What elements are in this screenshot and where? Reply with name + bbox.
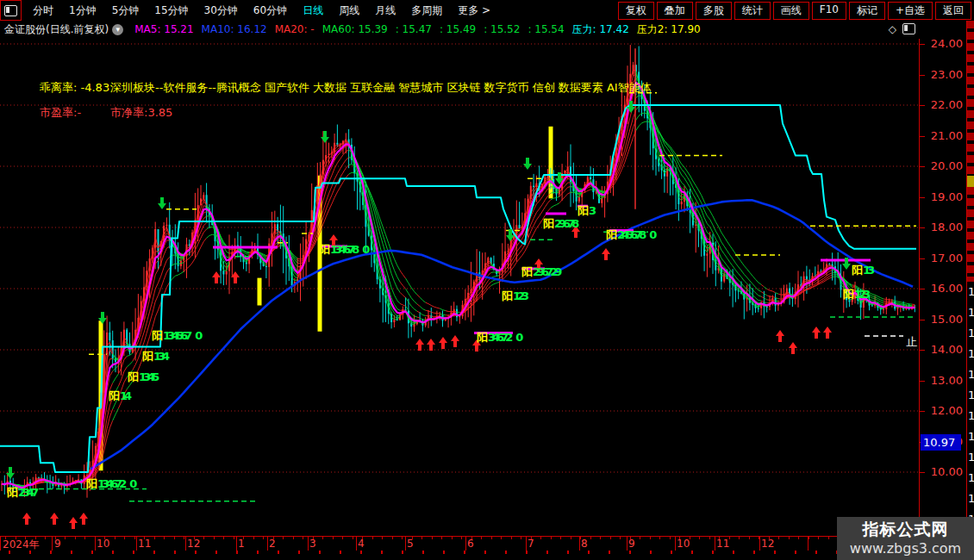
tab-period-7[interactable]: 周线 [331,3,367,18]
date-axis[interactable]: 2024年9101112123456789101112 [0,536,919,551]
candlestick-chart[interactable]: 阳2347阳1346720阳14阳1345阳134阳1345670阳134678… [0,39,919,536]
toolbar-button-5[interactable]: F10 [812,2,846,20]
month-separator [267,537,268,551]
subrow-tick [257,551,259,554]
subrow-tick [298,551,300,554]
window-split-button[interactable] [0,0,22,21]
tab-period-3[interactable]: 15分钟 [147,3,196,18]
date-tick [659,537,660,539]
date-tick [590,537,591,539]
chevron-down-icon[interactable]: ▾ [112,24,123,35]
tab-period-6[interactable]: 日线 [295,3,331,18]
toolbar-button-0[interactable]: 复权 [618,2,654,20]
date-tick [501,537,502,539]
date-tick [253,537,254,539]
date-tick [640,537,640,539]
period-menu: 分时1分钟5分钟15分钟30分钟60分钟日线周线月线多周期更多 > [25,3,498,18]
subrow-tick [9,551,10,554]
tab-period-2[interactable]: 5分钟 [104,3,147,18]
date-tick [778,537,779,539]
subrow-tick [278,551,279,554]
price-axis: 10.97 24.0023.0022.0021.0020.0019.0018.0… [919,39,967,550]
price-badge: 10.97 [921,434,961,451]
date-tick [322,537,323,539]
watermark-url: www.zbgs3.com [837,540,974,557]
price-tick-label: 16.00 [920,282,963,295]
date-tick [303,537,303,539]
month-separator [465,537,466,551]
date-tick [154,537,155,539]
ma-value: MA5: 15.21 [134,23,193,35]
subrow-tick [546,551,548,554]
subrow-tick [71,551,72,554]
clipped-side-panel: 111111111111 [966,21,974,517]
date-tick [481,537,482,539]
tab-period-4[interactable]: 30分钟 [197,3,246,18]
diamond-icon[interactable]: ◇ [889,23,896,35]
month-separator [185,537,186,551]
tab-period-9[interactable]: 多周期 [403,3,450,18]
subrow-tick [795,551,796,554]
subrow-tick [422,551,424,554]
month-label: 6 [467,538,474,550]
tab-period-5[interactable]: 60分钟 [246,3,295,18]
toolbar-button-8[interactable]: 返回 [935,2,971,20]
date-tick [739,537,740,539]
month-label: 4 [358,538,365,550]
date-tick [95,537,96,539]
subrow-tick [133,551,134,554]
date-tick [540,537,541,539]
toolbar-buttons: 复权叠加多股统计画线F10标记+自选返回 [618,2,974,20]
subrow-tick [402,551,403,554]
tab-period-0[interactable]: 分时 [25,3,61,18]
svg-text:市盈率:-: 市盈率:- [40,106,81,119]
stock-title[interactable]: 金证股份(日线.前复权) [4,22,109,37]
subrow-tick [567,551,569,554]
panel-layout-icon[interactable] [902,23,915,34]
trading-app-window: 分时1分钟5分钟15分钟30分钟60分钟日线周线月线多周期更多 > 复权叠加多股… [0,0,974,560]
tab-period-8[interactable]: 月线 [367,3,403,18]
toolbar-button-1[interactable]: 叠加 [657,2,693,20]
date-tick [809,537,809,539]
svg-text:乖离率: -4.83: 乖离率: -4.83 [39,81,109,94]
month-label: 1 [238,538,245,550]
date-tick [174,537,175,539]
date-tick [134,537,135,539]
subrow-tick [112,551,114,554]
date-tick [353,537,353,539]
month-label: 11 [138,538,151,550]
subrow-tick [733,551,734,554]
price-tick-label: 19.00 [920,190,963,203]
month-label: 9 [628,538,635,550]
date-tick [610,537,611,539]
price-tick-label: 17.00 [920,252,963,264]
subrow-tick [174,551,176,554]
svg-text:市净率:3.85: 市净率:3.85 [110,106,172,119]
month-label: 8 [581,538,588,550]
date-tick [84,537,85,539]
date-tick [432,537,433,539]
tab-period-10[interactable]: 更多 > [450,3,498,18]
subrow-tick [691,551,693,554]
subrow-tick [29,551,31,554]
subrow-tick [360,551,362,554]
toolbar-button-2[interactable]: 多股 [696,2,732,20]
subrow-tick [464,551,465,554]
date-tick [164,537,165,539]
date-tick [283,537,284,539]
toolbar-button-4[interactable]: 画线 [773,2,809,20]
toolbar-button-7[interactable]: +自选 [888,2,933,20]
window-split-icon [4,5,17,16]
toolbar-button-6[interactable]: 标记 [849,2,885,20]
svg-text:阳29678: 阳29678 [543,217,579,230]
month-separator [715,537,715,551]
svg-text:阳14: 阳14 [109,389,132,402]
tab-period-1[interactable]: 1分钟 [61,3,104,18]
toolbar-button-3[interactable]: 统计 [734,2,771,20]
subrow-tick [753,551,755,554]
month-separator [526,537,527,551]
ma-values: MA5: 15.21MA10: 16.12MA20: -MA60: 15.39:… [127,22,701,37]
month-separator [675,537,676,551]
date-tick [650,537,651,539]
clipped-price-digits: 111111111111 [967,282,974,517]
